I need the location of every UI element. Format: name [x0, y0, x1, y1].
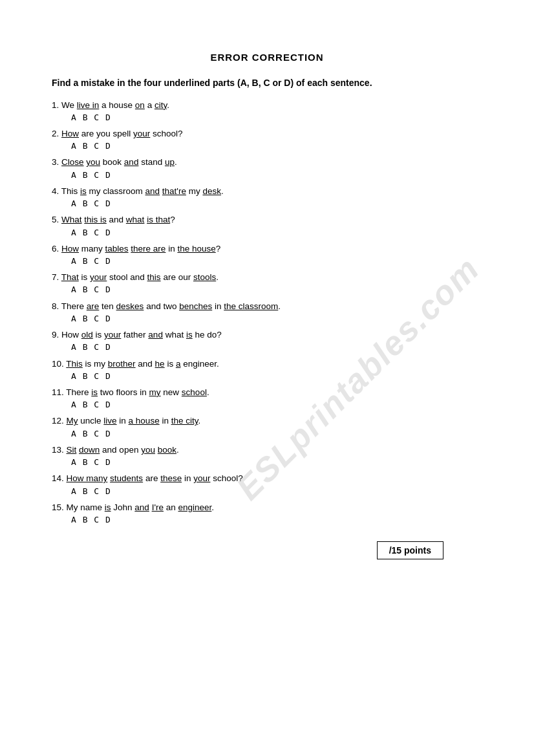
question-block: 13. Sit down and open you book. A B C D	[52, 444, 482, 468]
question-block: 14. How many students are these in your …	[52, 472, 482, 497]
page-title: ERROR CORRECTION	[52, 52, 482, 63]
question-sentence: 6. How many tables there are in the hous…	[52, 243, 482, 255]
question-sentence: 8. There are ten deskes and two benches …	[52, 300, 482, 313]
question-sentence: 2. How are you spell your school?	[52, 127, 482, 140]
question-labels: A B C D	[71, 227, 482, 239]
question-labels: A B C D	[71, 140, 482, 152]
instructions: Find a mistake in the four underlined pa…	[52, 77, 482, 90]
question-block: 10. This is my brother and he is a engin…	[52, 358, 482, 382]
question-sentence: 15. My name is John and I're an engineer…	[52, 501, 482, 514]
question-block: 4. This is my classroom and that're my d…	[52, 185, 482, 210]
question-sentence: 1. We live in a house on a city.	[52, 99, 482, 112]
question-block: 11. There is two floors in my new school…	[52, 386, 482, 411]
question-sentence: 7. That is your stool and this are our s…	[52, 271, 482, 284]
question-labels: A B C D	[71, 514, 482, 526]
question-sentence: 4. This is my classroom and that're my d…	[52, 185, 482, 198]
question-labels: A B C D	[71, 255, 482, 267]
question-labels: A B C D	[71, 112, 482, 124]
page: ESLprintables.com ERROR CORRECTION Find …	[0, 0, 534, 756]
question-sentence: 9. How old is your father and what is he…	[52, 329, 482, 341]
question-sentence: 13. Sit down and open you book.	[52, 444, 482, 457]
question-labels: A B C D	[71, 313, 482, 325]
score-container: /15 points	[52, 530, 482, 559]
question-block: 1. We live in a house on a city. A B C D	[52, 99, 482, 124]
question-sentence: 5. What this is and what is that?	[52, 213, 482, 226]
question-block: 6. How many tables there are in the hous…	[52, 243, 482, 267]
score-box: /15 points	[377, 541, 443, 559]
question-labels: A B C D	[71, 371, 482, 382]
question-block: 15. My name is John and I're an engineer…	[52, 501, 482, 526]
question-sentence: 10. This is my brother and he is a engin…	[52, 358, 482, 371]
question-block: 9. How old is your father and what is he…	[52, 329, 482, 353]
question-block: 8. There are ten deskes and two benches …	[52, 300, 482, 325]
question-block: 3. Close you book and stand up. A B C D	[52, 156, 482, 180]
question-block: 12. My uncle live in a house in the city…	[52, 415, 482, 439]
question-sentence: 14. How many students are these in your …	[52, 472, 482, 485]
questions-container: 1. We live in a house on a city. A B C D…	[52, 99, 482, 526]
question-labels: A B C D	[71, 198, 482, 210]
question-labels: A B C D	[71, 457, 482, 468]
question-sentence: 12. My uncle live in a house in the city…	[52, 415, 482, 427]
question-labels: A B C D	[71, 399, 482, 411]
question-labels: A B C D	[71, 169, 482, 181]
question-labels: A B C D	[71, 486, 482, 497]
question-labels: A B C D	[71, 284, 482, 296]
question-sentence: 11. There is two floors in my new school…	[52, 386, 482, 399]
question-block: 5. What this is and what is that? A B C …	[52, 213, 482, 238]
question-labels: A B C D	[71, 341, 482, 353]
question-block: 7. That is your stool and this are our s…	[52, 271, 482, 296]
question-sentence: 3. Close you book and stand up.	[52, 156, 482, 169]
question-block: 2. How are you spell your school? A B C …	[52, 127, 482, 152]
question-labels: A B C D	[71, 428, 482, 440]
